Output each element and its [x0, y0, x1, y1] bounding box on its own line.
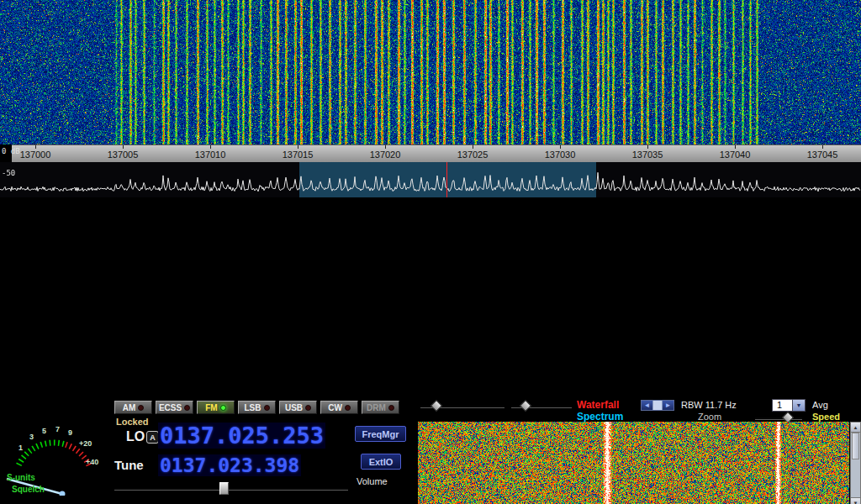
scale-label-137035: 137035: [632, 150, 663, 160]
scale-tick: [735, 145, 736, 149]
s-meter-green-arc: [18, 443, 66, 465]
mode-row: AMECSSFMLSBUSBCWDRM: [114, 401, 399, 414]
scale-tick: [210, 145, 211, 149]
speed-combo-value: 1: [773, 400, 792, 411]
spectrum-tab-top[interactable]: Spectrum: [577, 411, 623, 423]
brightness-slider-handle-top[interactable]: [430, 400, 442, 412]
main-waterfall-display[interactable]: [0, 0, 861, 144]
volume-label: Volume: [357, 476, 388, 486]
mode-button-label: FM: [205, 403, 217, 412]
scale-tick: [822, 145, 823, 149]
right-waterfall-display[interactable]: [418, 422, 849, 504]
mode-led-icon: [264, 405, 270, 411]
right-controls-top: Waterfall◄►RBW 11.7 Hz1▼AvgSpectrumZoomS…: [412, 396, 861, 423]
mode-led-icon: [220, 405, 226, 411]
avg-label-top: Avg: [812, 400, 828, 410]
mode-button-fm[interactable]: FM: [197, 401, 235, 414]
s-meter-pivot: [60, 491, 66, 496]
mode-button-ecss[interactable]: ECSS: [156, 401, 193, 414]
scale-label-137015: 137015: [283, 150, 314, 160]
mode-button-label: LSB: [245, 403, 261, 412]
tune-label: Tune: [114, 458, 144, 472]
s-meter-scale-7: 7: [55, 425, 60, 433]
mode-button-lsb[interactable]: LSB: [238, 401, 276, 414]
s-meter-scale-3: 3: [29, 433, 34, 441]
dropdown-arrow-icon[interactable]: ▼: [792, 400, 805, 411]
mode-button-cw[interactable]: CW: [320, 401, 358, 414]
mode-button-drm[interactable]: DRM: [362, 401, 399, 414]
waterfall-tab-top[interactable]: Waterfall: [577, 399, 619, 411]
s-meter-scale-plus20: +20: [79, 439, 92, 448]
mode-led-icon: [184, 405, 190, 411]
tune-frequency-display[interactable]: 0137.023.398: [158, 454, 301, 476]
scroll-right-icon[interactable]: ►: [663, 401, 673, 410]
scale-label-137020: 137020: [370, 150, 401, 160]
scale-label-137030: 137030: [545, 150, 576, 160]
mode-button-label: DRM: [367, 403, 386, 412]
scale-tick: [35, 145, 36, 149]
s-meter-scale-plus40: +40: [86, 458, 98, 466]
scale-tick: [123, 145, 124, 149]
scale-label-137025: 137025: [457, 150, 489, 160]
contrast-slider-handle-top[interactable]: [520, 400, 531, 412]
waterfall-scrollbar[interactable]: ▲ ▼: [850, 422, 861, 504]
scale-label-137005: 137005: [108, 150, 139, 160]
mode-button-label: CW: [328, 403, 342, 412]
volume-slider[interactable]: [114, 482, 348, 493]
lo-label: LO: [126, 429, 145, 444]
lock-a-icon[interactable]: A: [146, 431, 159, 444]
scale-label-137045: 137045: [807, 150, 838, 160]
locked-label: Locked: [116, 417, 149, 427]
speed-combo-top[interactable]: 1▼: [772, 399, 806, 412]
scale-tick: [560, 145, 561, 149]
freqmgr-button[interactable]: FreqMgr: [355, 426, 406, 442]
control-panel: 13579+20+40 S-units Squelch Soundcard [F…: [0, 197, 861, 504]
rbw-label-top: RBW 11.7 Hz: [681, 400, 737, 410]
waterfall-shift-control-top[interactable]: ◄►: [641, 400, 674, 411]
mode-led-icon: [305, 405, 311, 411]
s-meter-scale-1: 1: [18, 444, 23, 452]
lo-frequency-display[interactable]: 0137.025.253: [158, 423, 325, 449]
scale-tick: [298, 145, 298, 149]
volume-slider-groove: [114, 487, 348, 491]
mode-button-label: USB: [285, 403, 303, 412]
extio-button[interactable]: ExtIO: [361, 454, 401, 470]
s-units-label: S-units: [7, 473, 35, 482]
mode-button-label: ECSS: [159, 403, 182, 412]
squelch-label[interactable]: Squelch: [12, 485, 45, 494]
s-meter-scale-5: 5: [42, 427, 46, 435]
zoom-label-top: Zoom: [698, 412, 721, 422]
shift-thumb[interactable]: [652, 401, 663, 410]
scroll-left-icon[interactable]: ◄: [642, 401, 652, 410]
mode-led-icon: [388, 405, 394, 411]
volume-slider-handle[interactable]: [219, 482, 229, 495]
mode-button-label: AM: [123, 403, 136, 412]
speed-slider-top[interactable]: [755, 417, 802, 420]
spectrum-db-max-label: 0 dB: [2, 147, 20, 155]
mode-led-icon: [138, 405, 144, 411]
scale-tick: [385, 145, 386, 149]
scale-label-137010: 137010: [195, 150, 226, 160]
hdsdr-window: 1370001370051370101370151370201370251370…: [0, 0, 861, 504]
mode-button-usb[interactable]: USB: [279, 401, 317, 414]
speed-label-top: Speed: [812, 412, 840, 422]
scroll-down-icon[interactable]: ▼: [851, 497, 860, 504]
scale-label-137040: 137040: [720, 150, 751, 160]
scroll-up-icon[interactable]: ▲: [851, 423, 860, 433]
scale-label-137000: 137000: [20, 150, 51, 160]
main-frequency-scale[interactable]: 1370001370051370101370151370201370251370…: [12, 144, 861, 163]
spectrum-db-mid-label: -50: [2, 169, 15, 177]
mode-button-am[interactable]: AM: [114, 401, 152, 414]
scale-tick: [647, 145, 648, 149]
overview-spectrum-display[interactable]: [0, 162, 861, 197]
s-meter-scale-9: 9: [68, 428, 72, 437]
scale-tick: [473, 145, 473, 149]
scrollbar-thumb[interactable]: [852, 433, 859, 459]
mode-led-icon: [345, 405, 351, 411]
